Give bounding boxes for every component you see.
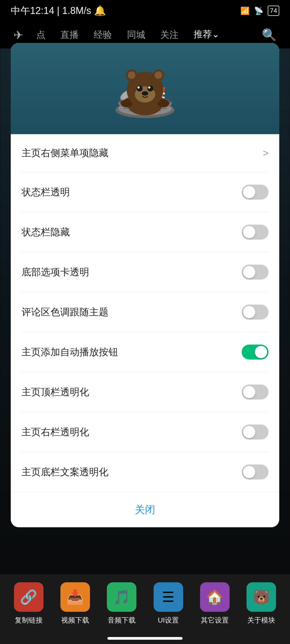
svg-point-22 bbox=[155, 71, 162, 79]
settings-list: 主页右侧菜单项隐藏 > 状态栏透明 状态栏隐藏 底部选项卡透明 评论区色调 bbox=[11, 134, 279, 492]
modal-header bbox=[11, 43, 279, 134]
settings-label-tab-transparent: 底部选项卡透明 bbox=[21, 266, 89, 279]
settings-item-rightbar-transparent[interactable]: 主页右栏透明化 bbox=[21, 412, 269, 452]
svg-point-25 bbox=[147, 86, 153, 92]
ui-settings-icon: ☰ bbox=[154, 582, 183, 612]
svg-point-28 bbox=[142, 91, 148, 96]
toolbar-item-ui-settings[interactable]: ☰ UI设置 bbox=[154, 582, 183, 625]
settings-item-status-transparent[interactable]: 状态栏透明 bbox=[21, 172, 269, 212]
toolbar-label-ui-settings: UI设置 bbox=[158, 616, 179, 625]
toolbar-item-other-settings[interactable]: 🏠 其它设置 bbox=[200, 582, 230, 625]
settings-label-autoplay-btn: 主页添加自动播放按钮 bbox=[21, 346, 118, 359]
modal-close-area: 关闭 bbox=[11, 492, 279, 527]
bottom-toolbar: 🔗 复制链接 📥 视频下载 🎵 音频下载 ☰ UI设置 🏠 其它设置 🐻 关于模… bbox=[0, 574, 290, 644]
svg-point-27 bbox=[148, 86, 150, 89]
toolbar-item-audio-download[interactable]: 🎵 音频下载 bbox=[107, 582, 136, 625]
home-indicator bbox=[107, 637, 183, 640]
settings-item-topbar-transparent[interactable]: 主页顶栏透明化 bbox=[21, 372, 269, 412]
modal-card: 主页右侧菜单项隐藏 > 状态栏透明 状态栏隐藏 底部选项卡透明 评论区色调 bbox=[11, 43, 279, 527]
settings-item-autoplay-btn[interactable]: 主页添加自动播放按钮 bbox=[21, 332, 269, 372]
settings-label-status-hidden: 状态栏隐藏 bbox=[21, 226, 70, 239]
about-module-icon: 🐻 bbox=[247, 582, 276, 612]
toggle-thumb bbox=[243, 386, 255, 398]
toolbar-item-video-download[interactable]: 📥 视频下载 bbox=[60, 582, 90, 625]
settings-item-bottombar-text[interactable]: 主页底栏文案透明化 bbox=[21, 452, 269, 492]
copy-link-icon: 🔗 bbox=[14, 582, 44, 612]
settings-label-comment-theme: 评论区色调跟随主题 bbox=[21, 306, 108, 319]
settings-label-status-transparent: 状态栏透明 bbox=[21, 186, 70, 199]
toggle-thumb bbox=[243, 466, 255, 478]
arrow-icon: > bbox=[263, 148, 269, 159]
settings-item-tab-transparent[interactable]: 底部选项卡透明 bbox=[21, 252, 269, 292]
svg-point-26 bbox=[137, 86, 140, 89]
wifi-icon: 📡 bbox=[254, 6, 263, 15]
toggle-thumb bbox=[243, 266, 255, 278]
settings-item-hide-menu[interactable]: 主页右侧菜单项隐藏 > bbox=[21, 134, 269, 172]
toolbar-label-audio-download: 音频下载 bbox=[108, 616, 136, 625]
svg-point-24 bbox=[137, 86, 143, 92]
settings-label-bottombar-text: 主页底栏文案透明化 bbox=[21, 466, 108, 479]
audio-download-icon: 🎵 bbox=[107, 582, 136, 612]
video-download-icon: 📥 bbox=[60, 582, 90, 612]
close-button[interactable]: 关闭 bbox=[135, 504, 155, 515]
svg-point-21 bbox=[128, 71, 135, 79]
search-icon[interactable]: 🔍 bbox=[256, 28, 282, 42]
settings-label-rightbar-transparent: 主页右栏透明化 bbox=[21, 426, 89, 439]
signal-icon: 📶 bbox=[240, 6, 250, 15]
toggle-thumb bbox=[243, 426, 255, 438]
toolbar-label-copy-link: 复制链接 bbox=[15, 616, 43, 625]
toggle-thumb bbox=[243, 226, 255, 238]
toggle-comment-theme[interactable] bbox=[242, 305, 269, 320]
status-icons: 📶 📡 74 bbox=[240, 6, 279, 16]
settings-label-topbar-transparent: 主页顶栏透明化 bbox=[21, 386, 89, 399]
status-time: 中午12:14 | 1.8M/s 🔔 bbox=[11, 4, 106, 17]
toggle-rightbar-transparent[interactable] bbox=[242, 425, 269, 440]
toggle-thumb bbox=[243, 186, 255, 198]
toolbar-label-video-download: 视频下载 bbox=[61, 616, 89, 625]
settings-item-status-hidden[interactable]: 状态栏隐藏 bbox=[21, 212, 269, 252]
status-bar: 中午12:14 | 1.8M/s 🔔 📶 📡 74 bbox=[0, 0, 290, 21]
toggle-thumb bbox=[243, 306, 255, 318]
toolbar-item-about-module[interactable]: 🐻 关于模块 bbox=[247, 582, 276, 625]
toolbar-label-about-module: 关于模块 bbox=[247, 616, 275, 625]
send-icon[interactable]: ✈ bbox=[8, 28, 29, 42]
toggle-autoplay-btn[interactable] bbox=[242, 345, 269, 360]
toggle-thumb bbox=[255, 346, 267, 358]
toolbar-item-copy-link[interactable]: 🔗 复制链接 bbox=[14, 582, 44, 625]
toolbar-label-other-settings: 其它设置 bbox=[201, 616, 229, 625]
toggle-topbar-transparent[interactable] bbox=[242, 385, 269, 400]
settings-item-comment-theme[interactable]: 评论区色调跟随主题 bbox=[21, 292, 269, 332]
toggle-bottombar-text[interactable] bbox=[242, 464, 269, 480]
bear-illustration bbox=[107, 51, 183, 126]
toggle-status-hidden[interactable] bbox=[242, 225, 269, 240]
other-settings-icon: 🏠 bbox=[200, 582, 230, 612]
settings-label-hide-menu: 主页右侧菜单项隐藏 bbox=[21, 147, 108, 160]
toggle-tab-transparent[interactable] bbox=[242, 265, 269, 280]
battery-icon: 74 bbox=[268, 6, 279, 16]
toggle-status-transparent[interactable] bbox=[242, 185, 269, 200]
